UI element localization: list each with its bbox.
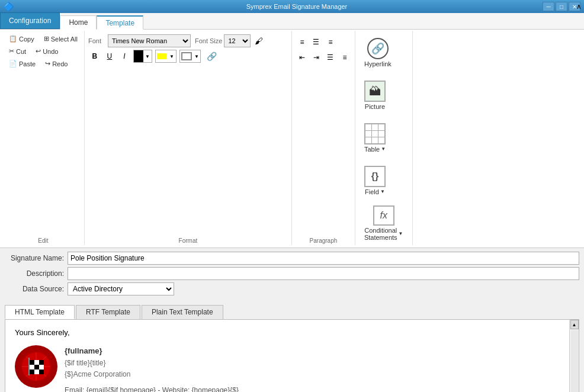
ribbon-collapse-arrow[interactable]: ∧ [576,2,582,11]
undo-icon: ↩ [36,47,41,55]
paint-format-button[interactable]: 🖌 [252,34,265,47]
description-label: Description: [5,269,64,278]
ribbon-tab-bar: Configuration Home Template [0,13,584,30]
picture-button[interactable]: 🏔 Picture [359,75,391,116]
bullet-list-button[interactable]: ☰ [324,51,337,64]
italic-button[interactable]: I [118,50,131,63]
description-input[interactable] [68,267,579,280]
sig-company: {$}Acme Corporation [65,369,380,380]
sig-fullname: {fullname} [65,345,380,358]
signature-table: {fullname} {$if title}{title} {$}Acme Co… [15,345,380,392]
svg-rect-12 [34,369,39,374]
title-bar: 🔷 Symprex Email Signature Manager ─ □ ✕ [0,0,584,13]
redo-button[interactable]: ↪ Redo [41,58,72,69]
svg-rect-14 [28,358,30,375]
ribbon: 📋 Copy ⊞ Select All ✂ Cut ↩ Undo 📄 Paste [0,30,584,248]
sig-title: {$if title}{title} [65,358,380,369]
table-button[interactable]: Table ▼ [359,117,391,159]
select-all-button[interactable]: ⊞ Select All [40,33,82,44]
svg-rect-9 [34,365,39,369]
data-source-select[interactable]: Active Directory CSV File Manual [68,282,174,295]
signature-logo-cell [15,345,65,392]
font-color-swatch [134,50,143,62]
insert-group: 🔗 Hyperlink 🏔 Picture Table ▼ {} Field [355,31,413,245]
window-title: Symprex Email Signature Manager [51,3,543,10]
svg-rect-8 [30,365,34,369]
signature-content: Yours Sincerely, [5,320,569,392]
align-right-button[interactable]: ≡ [324,36,337,49]
field-button[interactable]: {} Field ▼ [359,160,391,201]
conditional-button[interactable]: fx ConditionalStatements ▼ [359,203,409,244]
paragraph-group: ≡ ☰ ≡ ⇤ ⇥ ☰ ≡ Paragraph [292,31,355,245]
tab-template[interactable]: Template [97,15,143,30]
conditional-label: ConditionalStatements [364,227,397,241]
svg-rect-5 [30,360,34,365]
paste-icon: 📄 [9,60,17,68]
numbered-list-button[interactable]: ≡ [338,51,351,64]
table-icon [364,123,386,144]
tab-home[interactable]: Home [60,15,97,30]
underline-button[interactable]: U [103,50,116,63]
tab-plain-text-template[interactable]: Plain Text Template [142,305,223,319]
align-left-button[interactable]: ≡ [296,36,309,49]
data-source-row: Data Source: Active Directory CSV File M… [5,282,579,295]
scroll-up-button[interactable]: ▲ [570,320,579,329]
select-all-icon: ⊞ [44,35,49,43]
font-size-select[interactable]: 12 [224,34,251,47]
svg-rect-6 [34,360,39,365]
indent-decrease-button[interactable]: ⇤ [296,51,309,64]
svg-rect-7 [39,360,44,365]
highlight-color-swatch [157,53,166,59]
field-icon: {} [364,166,386,187]
scroll-track [571,330,578,392]
restore-button[interactable]: □ [556,2,567,11]
font-color-dropdown[interactable]: ▼ [143,50,152,63]
bold-button[interactable]: B [88,50,101,63]
cut-button[interactable]: ✂ Cut [5,46,30,57]
picture-icon: 🏔 [364,81,386,102]
data-source-label: Data Source: [5,285,64,293]
undo-button[interactable]: ↩ Undo [31,46,62,57]
tab-html-template[interactable]: HTML Template [5,305,75,319]
tab-rtf-template[interactable]: RTF Template [76,305,140,319]
field-dropdown-arrow: ▼ [380,189,385,194]
font-label: Font [88,37,106,44]
template-tabs: HTML Template RTF Template Plain Text Te… [0,301,584,319]
company-logo [15,345,57,388]
signature-text-cell: {fullname} {$if title}{title} {$}Acme Co… [65,345,380,392]
table-dropdown-arrow: ▼ [381,146,386,152]
signature-name-input[interactable] [68,252,579,265]
scissors-icon: ✂ [9,47,14,55]
signature-greeting: Yours Sincerely, [15,327,560,339]
conditional-dropdown-arrow: ▼ [399,231,403,236]
copy-button[interactable]: 📋 Copy [5,33,38,44]
signature-name-row: Signature Name: [5,252,579,265]
template-editor[interactable]: Yours Sincerely, [5,319,579,392]
indent-increase-button[interactable]: ⇥ [310,51,323,64]
sig-email: Email: {email}{$if homepage} - Website: … [65,385,380,392]
link-button[interactable]: 🔗 [206,50,219,63]
border-preview [181,52,192,60]
vertical-scrollbar[interactable]: ▲ ▼ [569,320,579,392]
align-center-button[interactable]: ☰ [310,36,323,49]
description-row: Description: [5,267,579,280]
window-controls: ─ □ ✕ [543,2,580,11]
redo-icon: ↪ [45,60,50,68]
racing-flag-svg [21,352,51,381]
copy-icon: 📋 [9,35,17,43]
paste-button[interactable]: 📄 Paste [5,58,40,69]
border-dropdown[interactable]: ▼ [193,50,200,63]
edit-group: 📋 Copy ⊞ Select All ✂ Cut ↩ Undo 📄 Paste [2,31,85,245]
format-group: Font Times New Roman Font Size 12 🖌 B U … [85,31,292,245]
form-area: Signature Name: Description: Data Source… [0,248,584,301]
conditional-icon: fx [373,205,394,226]
hyperlink-button[interactable]: 🔗 Hyperlink [359,32,397,73]
svg-rect-10 [39,365,44,369]
font-name-select[interactable]: Times New Roman [108,34,191,47]
fontsize-label: Font Size [195,37,222,44]
highlight-color-dropdown[interactable]: ▼ [168,50,176,63]
svg-rect-13 [39,369,44,374]
app-icon: 🔷 [4,2,14,11]
minimize-button[interactable]: ─ [543,2,554,11]
tab-configuration[interactable]: Configuration [0,12,60,29]
